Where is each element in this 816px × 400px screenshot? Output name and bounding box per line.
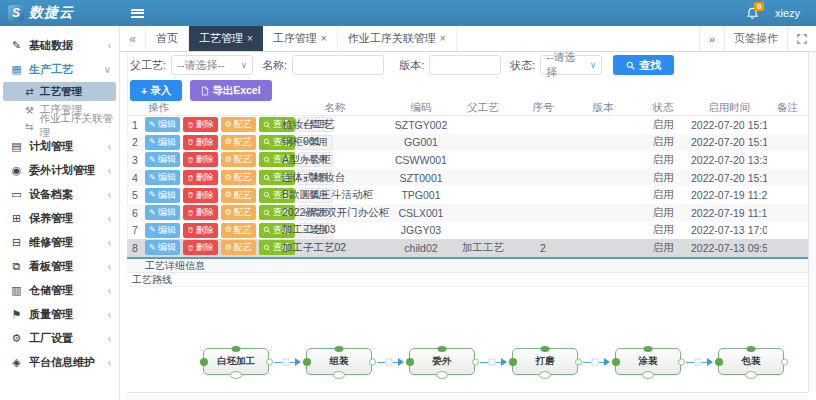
delete-button[interactable]: 删除 — [183, 170, 218, 185]
port-top-icon — [747, 346, 756, 352]
sidebar-item-3[interactable]: ◉委外计划管理‹ — [0, 158, 119, 182]
delete-button[interactable]: 删除 — [183, 188, 218, 203]
config-button[interactable]: ⚙配艺 — [221, 205, 256, 220]
sidebar-item-10[interactable]: ⚙工厂设置‹ — [0, 326, 119, 350]
table-row[interactable]: 8✎编辑删除⚙配艺查看加工子工艺02child02加工工艺2启用2022-07-… — [127, 239, 808, 257]
parent-process-select[interactable]: --请选择--∨ — [171, 55, 253, 75]
close-icon[interactable]: × — [247, 33, 253, 44]
edit-button[interactable]: ✎编辑 — [145, 205, 180, 220]
flow-node-2[interactable]: 委外 — [409, 348, 475, 375]
connector-handle[interactable] — [283, 359, 290, 366]
name-input[interactable] — [292, 55, 384, 75]
flow-node-4[interactable]: 涂装 — [615, 348, 681, 375]
cell-enable_time: 2022-07-20 15:1 — [691, 136, 767, 148]
tab-0[interactable]: 首页 — [146, 26, 189, 51]
config-button[interactable]: ⚙配艺 — [221, 240, 256, 255]
config-button[interactable]: ⚙配艺 — [221, 135, 256, 150]
flow-node-1[interactable]: 组装 — [306, 348, 372, 375]
button-label: 配艺 — [234, 241, 252, 254]
cell-enable_time: 2022-07-20 15:1 — [691, 119, 767, 131]
sidebar-item-9[interactable]: ⚑质量管理‹ — [0, 302, 119, 326]
connector-handle[interactable] — [489, 359, 496, 366]
table-row[interactable]: 2✎编辑删除⚙配艺查看×禁用钢柜001GG001启用2022-07-20 15:… — [127, 134, 808, 152]
delete-button[interactable]: 删除 — [183, 205, 218, 220]
button-label: 配艺 — [234, 153, 252, 166]
flow-node-5[interactable]: 包装 — [718, 348, 784, 375]
export-excel-button[interactable]: 导出Excel — [190, 80, 271, 101]
config-button[interactable]: ⚙配艺 — [221, 170, 256, 185]
sidebar-subitem-1-2[interactable]: ⇆作业工序关联管理 — [0, 118, 119, 134]
tab-3[interactable]: 作业工序关联管理× — [338, 26, 457, 51]
sidebar-item-8[interactable]: ▥仓储管理‹ — [0, 278, 119, 302]
delete-button[interactable]: 删除 — [183, 135, 218, 150]
cell-parent: 加工工艺 — [451, 241, 515, 255]
config-button[interactable]: ⚙配艺 — [221, 188, 256, 203]
horizontal-scrollbar[interactable] — [127, 392, 808, 400]
flow-node-0[interactable]: 白坯加工 — [203, 348, 269, 375]
table-row[interactable]: 7✎编辑删除⚙配艺查看×禁用加工工艺03JGGY03启用2022-07-13 1… — [127, 222, 808, 240]
vertical-scrollbar[interactable] — [808, 52, 816, 392]
search-button[interactable]: 查找 — [613, 55, 674, 75]
tab-2[interactable]: 工序管理× — [263, 26, 338, 51]
sidebar-item-label: 看板管理 — [29, 259, 73, 274]
sidebar-item-5[interactable]: ⊞保养管理‹ — [0, 206, 119, 230]
sidebar-item-label: 保养管理 — [29, 211, 73, 226]
tab-operations-button[interactable]: 页签操作 — [724, 26, 787, 51]
connector-handle[interactable] — [386, 359, 393, 366]
connector-handle[interactable] — [695, 359, 702, 366]
fullscreen-icon[interactable] — [787, 26, 816, 51]
sidebar-item-11[interactable]: ◈平台信息维护‹ — [0, 350, 119, 374]
edit-button[interactable]: ✎编辑 — [145, 152, 180, 167]
delete-button[interactable]: 删除 — [183, 117, 218, 132]
connector-handle[interactable] — [592, 359, 599, 366]
column-header-8: 启用时间 — [691, 101, 767, 115]
edit-button[interactable]: ✎编辑 — [145, 188, 180, 203]
tab-1[interactable]: 工艺管理× — [189, 26, 263, 51]
sidebar-item-1[interactable]: ▦生产工艺∨ — [0, 57, 119, 81]
process-flow-canvas: 白坯加工组装委外打磨涂装包装 — [127, 287, 808, 392]
tabs-scroll-right-icon[interactable]: » — [699, 26, 724, 51]
edit-button[interactable]: ✎编辑 — [145, 240, 180, 255]
delete-button[interactable]: 删除 — [183, 240, 218, 255]
config-button[interactable]: ⚙配艺 — [221, 117, 256, 132]
close-icon[interactable]: × — [440, 33, 446, 44]
delete-button[interactable]: 删除 — [183, 223, 218, 238]
edit-button[interactable]: ✎编辑 — [145, 223, 180, 238]
flow-node-3[interactable]: 打磨 — [512, 348, 578, 375]
column-header-9: 备注 — [767, 101, 808, 115]
status-select[interactable]: --请选择∨ — [540, 55, 602, 75]
sidebar-item-7[interactable]: ⧉看板管理‹ — [0, 254, 119, 278]
close-icon[interactable]: × — [321, 33, 327, 44]
sidebar-item-4[interactable]: ▭设备档案‹ — [0, 182, 119, 206]
chevron-icon: ‹ — [108, 213, 111, 224]
menu-toggle-icon[interactable] — [131, 9, 144, 18]
user-menu[interactable]: xiezy — [775, 7, 800, 19]
sidebar-subitem-1-0[interactable]: ⇄工艺管理 — [3, 82, 116, 101]
sidebar-item-0[interactable]: ✎基础数据‹ — [0, 33, 119, 57]
magnifier-icon — [263, 138, 271, 146]
port-left-icon — [406, 358, 414, 366]
add-record-button[interactable]: + 录入 — [130, 80, 182, 101]
version-input[interactable] — [429, 55, 501, 75]
config-button[interactable]: ⚙配艺 — [221, 152, 256, 167]
detail-section-header[interactable]: 工艺详细信息 — [127, 257, 808, 273]
notification-bell-icon[interactable]: 0 — [746, 7, 759, 20]
table-row[interactable]: 4✎编辑删除⚙配艺查看×禁用连体式梳妆台SZT0001启用2022-07-20 … — [127, 169, 808, 187]
table-row[interactable]: 1✎编辑删除⚙配艺查看×禁用梳妆台工艺SZTGY002启用2022-07-20 … — [127, 116, 808, 134]
button-label: 配艺 — [234, 189, 252, 202]
delete-button[interactable]: 删除 — [183, 152, 218, 167]
table-row[interactable]: 3✎编辑删除⚙配艺查看×禁用A型办公柜CSWW001启用2022-07-20 1… — [127, 151, 808, 169]
table-row[interactable]: 5✎编辑删除⚙配艺查看×禁用B款圆弧三斗活动柜TPG001启用2022-07-1… — [127, 186, 808, 204]
port-bottom-icon — [230, 371, 242, 379]
edit-button[interactable]: ✎编辑 — [145, 170, 180, 185]
config-button[interactable]: ⚙配艺 — [221, 223, 256, 238]
sidebar-item-6[interactable]: ⊟维修管理‹ — [0, 230, 119, 254]
edit-button[interactable]: ✎编辑 — [145, 117, 180, 132]
edit-button[interactable]: ✎编辑 — [145, 135, 180, 150]
tabs-scroll-left-icon[interactable]: « — [120, 26, 146, 51]
row-index: 5 — [127, 189, 143, 201]
row-index: 7 — [127, 224, 143, 236]
table-row[interactable]: 6✎编辑删除⚙配艺查看×禁用2022新款双开门办公柜CSLX001启用2022-… — [127, 204, 808, 222]
port-left-icon — [200, 358, 208, 366]
notification-badge: 0 — [754, 2, 764, 11]
